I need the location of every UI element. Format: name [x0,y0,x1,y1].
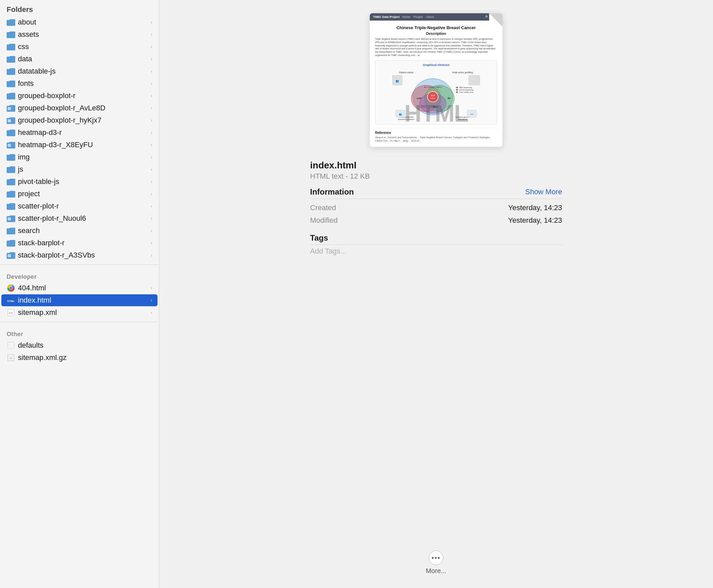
svg-text:MES: MES [433,106,438,108]
file-name-label: 404.html [18,284,150,292]
document-preview: TNBC Data Project Home Project About 🔍 S… [370,13,503,147]
preview-navbar: TNBC Data Project Home Project About 🔍 S… [370,13,503,21]
created-label: Created [310,204,336,212]
graphical-abstract-title: Graphical Abstract [378,63,494,67]
preview-content-area: Chinese Triple-Negative Breast Cancer De… [370,21,503,147]
chevron-right-icon: › [150,297,152,303]
folder-item[interactable]: grouped-boxplot-r_hyKjx7› [1,114,158,126]
special-folder-icon [7,141,15,148]
folder-name: heatmap-d3-r_X8EyFU [18,141,150,149]
special-folder-icon [7,252,15,259]
diagram-svg: Patient cohort Multi-omics profiling SLR… [390,69,483,122]
preview-reference-title: Reference [375,131,497,134]
preview-nav-about: About [426,15,434,19]
file-name: index.html [310,160,562,171]
folder-name: scatter-plot-r_Nuoul6 [18,214,150,223]
folder-item[interactable]: scatter-plot-r_Nuoul6› [1,212,158,224]
diagram-container: Patient cohort Multi-omics profiling SLR… [378,69,494,122]
folder-icon [7,68,15,75]
folder-name: grouped-boxplot-r_AvLe8D [18,104,150,112]
svg-point-7 [9,287,12,289]
svg-text:Copy number array: Copy number array [459,91,473,93]
svg-text:.gz: .gz [9,357,12,359]
preview-nav-home: Home [402,15,410,19]
chevron-right-icon: › [150,19,152,25]
folder-name: grouped-boxplot-r_hyKjx7 [18,116,150,125]
folder-name: assets [18,30,150,39]
folder-item[interactable]: stack-barplot-r_A3SVbs› [1,249,158,261]
folder-item[interactable]: grouped-boxplot-r› [1,90,158,102]
folder-name: stack-barplot-r_A3SVbs [18,251,150,259]
folder-item[interactable]: fonts› [1,78,158,89]
add-tags-placeholder[interactable]: Add Tags... [310,247,562,255]
folder-item[interactable]: css› [1,41,158,53]
chevron-right-icon: › [150,93,152,99]
folder-item[interactable]: data› [1,53,158,65]
other-files-list: defaults .gz sitemap.xml.gz [0,339,159,364]
modified-row: Modified Yesterday, 14:23 [310,214,562,227]
folder-item[interactable]: about› [1,16,158,28]
developer-files-list: 404.html› HTML index.html› XML sitemap.x… [0,282,159,318]
chevron-right-icon: › [150,31,152,38]
file-name-label: index.html [18,296,150,304]
divider-2 [0,322,159,322]
created-value: Yesterday, 14:23 [508,204,562,212]
folder-item[interactable]: stack-barplot-r› [1,237,158,249]
show-more-button[interactable]: Show More [525,188,562,196]
modified-value: Yesterday, 14:23 [508,216,562,225]
chevron-right-icon: › [150,81,152,86]
folder-item[interactable]: grouped-boxplot-r_AvLe8D› [1,102,158,114]
folder-name: data [18,55,150,63]
file-item[interactable]: HTML index.html› [1,294,158,306]
chevron-right-icon: › [150,44,152,50]
file-item[interactable]: .gz sitemap.xml.gz [1,352,158,364]
chevron-right-icon: › [150,105,152,111]
folder-item[interactable]: datatable-js› [1,65,158,77]
folder-item[interactable]: scatter-plot-r› [1,200,158,212]
more-section: ••• More... [179,544,693,581]
chevron-right-icon: › [150,142,152,148]
more-button[interactable]: ••• [429,550,443,565]
other-section-label: Other [0,326,159,339]
folder-item[interactable]: assets› [1,28,158,40]
svg-text:👥: 👥 [399,113,402,116]
svg-rect-32 [456,87,458,88]
gz-icon: .gz [7,354,15,361]
chevron-right-icon: › [150,117,152,123]
folder-item[interactable]: img› [1,151,158,163]
tags-section: Tags Add Tags... [310,233,562,255]
folder-item[interactable]: js› [1,163,158,175]
folder-name: search [18,226,150,235]
folder-name: grouped-boxplot-r [18,91,150,100]
folder-icon [7,80,15,87]
xml-icon: XML [7,309,15,316]
svg-text:⬜: ⬜ [473,79,476,82]
svg-text:HTML: HTML [7,300,15,302]
folder-item[interactable]: heatmap-d3-r_X8EyFU› [1,139,158,151]
folder-icon [7,92,15,100]
folder-name: heatmap-d3-r [18,128,150,137]
corner-fold [489,13,503,26]
svg-text:Exome sequencing: Exome sequencing [459,89,473,91]
folder-icon [7,178,15,185]
chevron-right-icon: › [150,130,152,135]
folder-name: about [18,18,150,26]
file-type: HTML text - 12 KB [310,172,562,181]
svg-text:WES sequencing: WES sequencing [459,86,472,88]
folder-name: img [18,153,150,162]
folder-item[interactable]: project› [1,188,158,200]
folder-icon [7,166,15,173]
svg-point-21 [427,91,438,102]
file-item[interactable]: defaults [1,339,158,351]
svg-rect-1 [8,119,11,122]
file-name-label: sitemap.xml [18,308,150,317]
folder-item[interactable]: pivot-table-js› [1,176,158,188]
svg-rect-12 [8,342,14,349]
preview-reference-text: Jiang et al., Genomic and Transcriptomic… [375,136,497,143]
folder-item[interactable]: heatmap-d3-r› [1,127,158,139]
chevron-right-icon: › [150,68,152,74]
svg-text:Patient cohort: Patient cohort [399,71,413,74]
file-item[interactable]: 404.html› [1,282,158,294]
file-item[interactable]: XML sitemap.xml› [1,307,158,318]
folder-item[interactable]: search› [1,225,158,237]
